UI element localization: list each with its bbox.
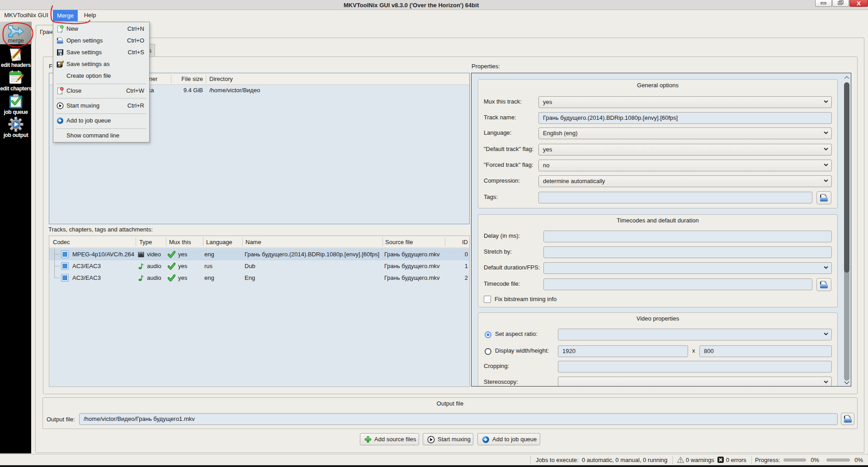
svg-text:X: X xyxy=(857,0,861,6)
